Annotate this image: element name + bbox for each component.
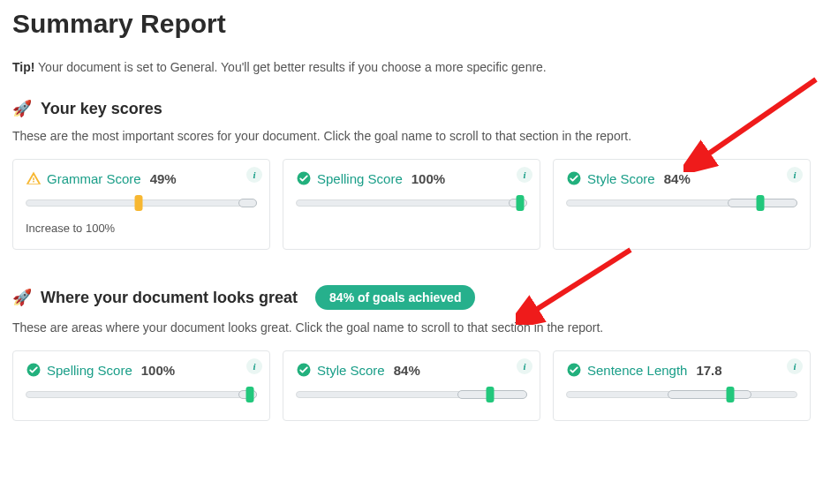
- svg-line-2: [701, 79, 816, 159]
- score-value: 17.8: [696, 363, 721, 378]
- check-icon: [26, 362, 42, 378]
- info-icon[interactable]: i: [246, 358, 262, 374]
- score-card-grammar: i Grammar Score 49% Increase to 100%: [12, 159, 270, 250]
- key-scores-row: i Grammar Score 49% Increase to 100% i S…: [12, 159, 811, 250]
- info-icon[interactable]: i: [787, 167, 803, 183]
- check-icon: [296, 170, 312, 186]
- svg-line-3: [529, 250, 630, 314]
- score-note: Increase to 100%: [26, 222, 257, 235]
- info-icon[interactable]: i: [517, 358, 532, 374]
- annotation-arrow-icon: [516, 245, 639, 325]
- rocket-icon: 🚀: [12, 99, 32, 118]
- tip-line: Tip! Your document is set to General. Yo…: [12, 60, 811, 74]
- check-icon: [296, 362, 312, 378]
- goals-achieved-badge: 84% of goals achieved: [315, 285, 475, 310]
- score-value: 84%: [664, 171, 691, 186]
- score-link-spelling[interactable]: Spelling Score: [317, 171, 403, 186]
- annotation-arrow-icon: [683, 75, 823, 172]
- great-subtext: These are areas where your document look…: [12, 320, 811, 335]
- warning-icon: [26, 170, 42, 186]
- great-row: i Spelling Score 100% i Style Score 84%: [12, 350, 811, 421]
- score-link-style[interactable]: Style Score: [317, 363, 385, 378]
- key-scores-heading: 🚀 Your key scores: [12, 99, 811, 118]
- score-link-style[interactable]: Style Score: [587, 171, 655, 186]
- score-card-spelling: i Spelling Score 100%: [283, 159, 540, 250]
- tip-text: Your document is set to General. You'll …: [38, 60, 547, 74]
- great-heading-text: Where your document looks great: [41, 289, 298, 307]
- score-slider[interactable]: [26, 388, 257, 401]
- score-slider[interactable]: [26, 197, 257, 209]
- great-heading: 🚀 Where your document looks great 84% of…: [12, 285, 811, 310]
- page-title: Summary Report: [12, 9, 811, 39]
- check-icon: [566, 170, 582, 186]
- score-slider[interactable]: [296, 197, 527, 209]
- score-value: 84%: [394, 363, 420, 378]
- score-link-sentence-length[interactable]: Sentence Length: [587, 363, 687, 378]
- score-value: 49%: [150, 171, 177, 186]
- check-icon: [566, 362, 582, 378]
- info-icon[interactable]: i: [517, 167, 532, 183]
- score-link-grammar[interactable]: Grammar Score: [47, 171, 141, 186]
- info-icon[interactable]: i: [787, 358, 803, 374]
- score-slider[interactable]: [566, 388, 797, 401]
- score-card-style: i Style Score 84%: [283, 350, 540, 421]
- rocket-icon: 🚀: [12, 288, 32, 307]
- score-card-spelling: i Spelling Score 100%: [12, 350, 270, 421]
- score-value: 100%: [412, 171, 445, 186]
- key-scores-subtext: These are the most important scores for …: [12, 129, 811, 143]
- score-value: 100%: [141, 363, 175, 378]
- score-slider[interactable]: [566, 197, 797, 209]
- info-icon[interactable]: i: [246, 167, 262, 183]
- key-scores-heading-text: Your key scores: [41, 100, 162, 118]
- score-slider[interactable]: [296, 388, 527, 401]
- score-card-style: i Style Score 84%: [553, 159, 811, 250]
- score-card-sentence-length: i Sentence Length 17.8: [553, 350, 811, 421]
- tip-label: Tip!: [12, 60, 34, 74]
- score-link-spelling[interactable]: Spelling Score: [47, 363, 132, 378]
